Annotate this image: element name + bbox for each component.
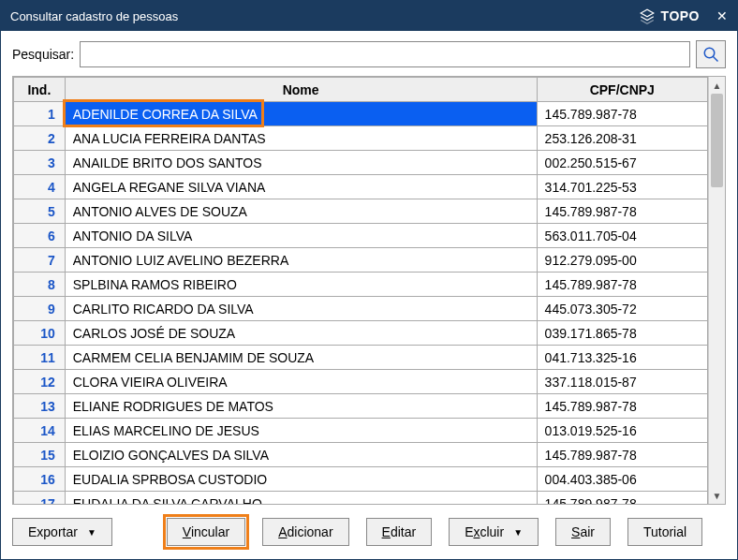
- svg-line-1: [713, 56, 717, 61]
- vertical-scrollbar[interactable]: ▲ ▼: [708, 77, 725, 504]
- cell-ind: 3: [14, 151, 66, 175]
- svg-point-0: [704, 48, 715, 58]
- table-row[interactable]: 14ELIAS MARCELINO DE JESUS013.019.525-16: [14, 419, 708, 443]
- cell-cpf: 563.011.705-04: [537, 224, 707, 248]
- button-bar: Exportar ▼ Vincular Adicionar Editar: [12, 512, 726, 546]
- cell-nome: ELOIZIO GONÇALVES DA SILVA: [65, 443, 537, 467]
- search-label: Pesquisar:: [12, 47, 74, 62]
- cell-cpf: 039.171.865-78: [537, 321, 707, 346]
- cell-nome: ANTONIO ALVES DE SOUZA: [65, 199, 537, 224]
- tutorial-button[interactable]: Tutorial: [627, 518, 702, 546]
- table-row[interactable]: 15ELOIZIO GONÇALVES DA SILVA145.789.987-…: [14, 443, 708, 467]
- search-input[interactable]: [80, 41, 690, 67]
- cell-ind: 1: [14, 102, 66, 126]
- titlebar: Consultar cadastro de pessoas TOPO ✕: [1, 1, 737, 31]
- cell-ind: 7: [14, 248, 66, 273]
- cell-nome: ELIANE RODRIGUES DE MATOS: [65, 394, 537, 419]
- cell-cpf: 145.789.987-78: [537, 492, 707, 505]
- table-row[interactable]: 3ANAILDE BRITO DOS SANTOS002.250.515-67: [14, 151, 708, 175]
- cell-cpf: 253.126.208-31: [537, 126, 707, 151]
- table-header-row: Ind. Nome CPF/CNPJ: [14, 78, 708, 102]
- cell-nome: ELIAS MARCELINO DE JESUS: [65, 419, 537, 443]
- cell-cpf: 145.789.987-78: [537, 394, 707, 419]
- cell-cpf: 002.250.515-67: [537, 151, 707, 175]
- scroll-thumb[interactable]: [711, 94, 723, 187]
- table-row[interactable]: 4ANGELA REGANE SILVA VIANA314.701.225-53: [14, 175, 708, 199]
- adicionar-button[interactable]: Adicionar: [262, 518, 348, 546]
- dropdown-icon: ▼: [87, 527, 96, 538]
- editar-button[interactable]: Editar: [366, 518, 433, 546]
- window-title: Consultar cadastro de pessoas: [10, 9, 639, 23]
- col-ind[interactable]: Ind.: [14, 78, 66, 102]
- search-row: Pesquisar:: [12, 40, 726, 68]
- sair-label: Sair: [571, 524, 595, 539]
- cell-ind: 4: [14, 175, 66, 199]
- table-row[interactable]: 5ANTONIO ALVES DE SOUZA145.789.987-78: [14, 199, 708, 224]
- cell-ind: 13: [14, 394, 66, 419]
- table-row[interactable]: 10CARLOS JOSÉ DE SOUZA039.171.865-78: [14, 321, 708, 346]
- cell-cpf: 314.701.225-53: [537, 175, 707, 199]
- cell-ind: 14: [14, 419, 66, 443]
- table-row[interactable]: 7ANTONIO LUIZ AVELINO BEZERRA912.279.095…: [14, 248, 708, 273]
- cell-nome: CARLITO RICARDO DA SILVA: [65, 297, 537, 321]
- cell-cpf: 013.019.525-16: [537, 419, 707, 443]
- people-table: Ind. Nome CPF/CNPJ 1ADENILDE CORREA DA S…: [13, 77, 708, 504]
- cell-nome: ANAILDE BRITO DOS SANTOS: [65, 151, 537, 175]
- cell-ind: 12: [14, 370, 66, 394]
- excluir-label: Excluir: [465, 524, 504, 539]
- brand-logo: TOPO: [639, 7, 700, 24]
- vincular-label: Vincular: [183, 524, 229, 539]
- cell-nome: CARLOS JOSÉ DE SOUZA: [65, 321, 537, 346]
- cell-cpf: 445.073.305-72: [537, 297, 707, 321]
- scroll-up-arrow-icon[interactable]: ▲: [709, 77, 725, 94]
- cell-cpf: 912.279.095-00: [537, 248, 707, 273]
- table-row[interactable]: 6ANTONIO DA SILVA563.011.705-04: [14, 224, 708, 248]
- table-row[interactable]: 13ELIANE RODRIGUES DE MATOS145.789.987-7…: [14, 394, 708, 419]
- cell-cpf: 337.118.015-87: [537, 370, 707, 394]
- table-row[interactable]: 9CARLITO RICARDO DA SILVA445.073.305-72: [14, 297, 708, 321]
- search-button[interactable]: [696, 40, 726, 68]
- tutorial-label: Tutorial: [643, 524, 686, 539]
- cell-ind: 9: [14, 297, 66, 321]
- table-row[interactable]: 17EUDALIA DA SILVA CARVALHO145.789.987-7…: [14, 492, 708, 505]
- cell-nome: ADENILDE CORREA DA SILVA: [65, 102, 537, 126]
- cell-ind: 10: [14, 321, 66, 346]
- cell-nome: CLORA VIEIRA OLIVEIRA: [65, 370, 537, 394]
- table-row[interactable]: 1ADENILDE CORREA DA SILVA145.789.987-78: [14, 102, 708, 126]
- editar-label: Editar: [382, 524, 417, 539]
- table-row[interactable]: 8SPLBINA RAMOS RIBEIRO145.789.987-78: [14, 273, 708, 297]
- table-row[interactable]: 11CARMEM CELIA BENJAMIM DE SOUZA041.713.…: [14, 346, 708, 370]
- excluir-button[interactable]: Excluir ▼: [449, 518, 539, 546]
- brand-text: TOPO: [661, 8, 700, 23]
- cell-nome: SPLBINA RAMOS RIBEIRO: [65, 273, 537, 297]
- table-row[interactable]: 2ANA LUCIA FERREIRA DANTAS253.126.208-31: [14, 126, 708, 151]
- brand-icon: [639, 7, 656, 24]
- cell-ind: 6: [14, 224, 66, 248]
- table-row[interactable]: 12CLORA VIEIRA OLIVEIRA337.118.015-87: [14, 370, 708, 394]
- table-row[interactable]: 16EUDALIA SPRBOSA CUSTODIO004.403.385-06: [14, 467, 708, 492]
- cell-ind: 11: [14, 346, 66, 370]
- scroll-track[interactable]: [709, 94, 725, 487]
- col-nome[interactable]: Nome: [65, 78, 537, 102]
- cell-ind: 17: [14, 492, 66, 505]
- cell-cpf: 004.403.385-06: [537, 467, 707, 492]
- cell-cpf: 145.789.987-78: [537, 443, 707, 467]
- cell-ind: 8: [14, 273, 66, 297]
- cell-ind: 15: [14, 443, 66, 467]
- table-container: Ind. Nome CPF/CNPJ 1ADENILDE CORREA DA S…: [12, 76, 726, 505]
- cell-cpf: 145.789.987-78: [537, 102, 707, 126]
- vincular-button[interactable]: Vincular: [167, 518, 245, 546]
- exportar-button[interactable]: Exportar ▼: [12, 518, 112, 546]
- exportar-label: Exportar: [28, 524, 78, 539]
- close-icon[interactable]: ✕: [716, 8, 728, 23]
- scroll-down-arrow-icon[interactable]: ▼: [709, 487, 725, 504]
- col-cpf[interactable]: CPF/CNPJ: [537, 78, 707, 102]
- cell-cpf: 041.713.325-16: [537, 346, 707, 370]
- adicionar-label: Adicionar: [278, 524, 332, 539]
- dropdown-icon: ▼: [513, 527, 523, 538]
- cell-ind: 16: [14, 467, 66, 492]
- cell-nome: ANGELA REGANE SILVA VIANA: [65, 175, 537, 199]
- cell-nome: EUDALIA DA SILVA CARVALHO: [65, 492, 537, 505]
- sair-button[interactable]: Sair: [555, 518, 611, 546]
- search-icon: [702, 46, 719, 63]
